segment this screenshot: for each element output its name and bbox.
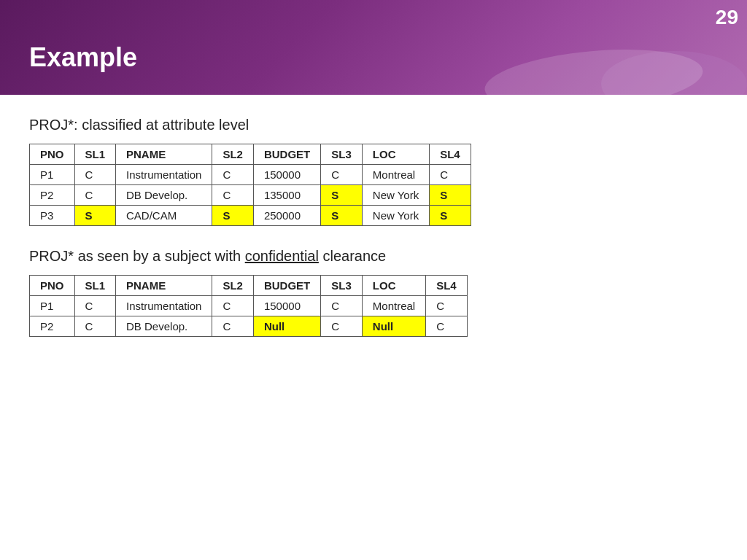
col2-sl1: SL1 [74, 276, 116, 296]
col2-sl2: SL2 [212, 276, 254, 296]
col-budget: BUDGET [253, 144, 320, 165]
col-sl2: SL2 [212, 144, 254, 165]
slide-number: 29 [716, 6, 738, 29]
col2-pname: PNAME [116, 276, 212, 296]
col-sl4: SL4 [430, 144, 471, 165]
col-sl3: SL3 [321, 144, 363, 165]
table-row: P1CInstrumentationC150000CMontrealC [30, 165, 471, 185]
table2-header-row: PNO SL1 PNAME SL2 BUDGET SL3 LOC SL4 [30, 276, 468, 296]
col-loc: LOC [362, 144, 429, 165]
main-content: PROJ*: classified at attribute level PNO… [0, 95, 747, 381]
table1-header-row: PNO SL1 PNAME SL2 BUDGET SL3 LOC SL4 [30, 144, 471, 165]
table-row: P2CDB Develop.CNullCNullC [30, 316, 468, 337]
section2: PROJ* as seen by a subject with confiden… [29, 248, 718, 337]
col-pno: PNO [30, 144, 75, 165]
col-sl1: SL1 [74, 144, 116, 165]
table-row: P1CInstrumentationC150000CMontrealC [30, 296, 468, 316]
col2-loc: LOC [362, 276, 425, 296]
table1: PNO SL1 PNAME SL2 BUDGET SL3 LOC SL4 P1C… [29, 144, 471, 226]
page-title: Example [29, 42, 137, 73]
table-row: P2CDB Develop.C135000SNew YorkS [30, 185, 471, 206]
table-row: P3SCAD/CAMS250000SNew YorkS [30, 206, 471, 226]
col2-sl4: SL4 [426, 276, 468, 296]
header-banner: 29 Example [0, 0, 747, 95]
table2: PNO SL1 PNAME SL2 BUDGET SL3 LOC SL4 P1C… [29, 275, 468, 337]
section2-title: PROJ* as seen by a subject with confiden… [29, 248, 718, 265]
section1-title: PROJ*: classified at attribute level [29, 117, 718, 133]
col-pname: PNAME [116, 144, 212, 165]
col2-pno: PNO [30, 276, 75, 296]
col2-sl3: SL3 [321, 276, 363, 296]
col2-budget: BUDGET [253, 276, 320, 296]
section1: PROJ*: classified at attribute level PNO… [29, 117, 718, 226]
